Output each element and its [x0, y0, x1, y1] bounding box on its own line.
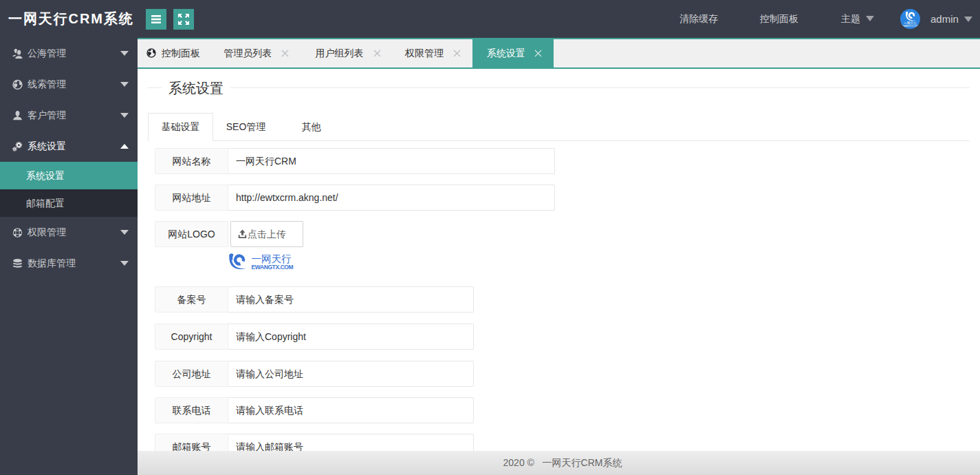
- svg-text:EWANGTX.COM: EWANGTX.COM: [252, 264, 294, 271]
- svg-text:一网天行: 一网天行: [252, 253, 292, 264]
- svg-text:一网天行: 一网天行: [904, 21, 917, 25]
- svg-text:EWANGTX.COM: EWANGTX.COM: [902, 25, 919, 28]
